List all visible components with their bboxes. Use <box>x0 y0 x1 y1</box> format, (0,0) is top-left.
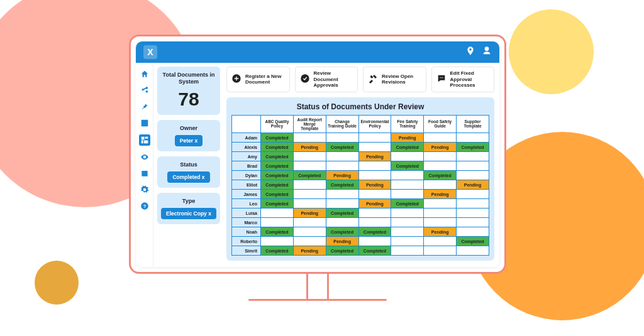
table-cell: Completed <box>261 143 294 152</box>
table-cell: Pending <box>358 180 391 190</box>
table-cell: Completed <box>326 180 358 190</box>
table-cell <box>326 218 358 227</box>
table-cell <box>326 152 358 161</box>
action-tools[interactable]: Review Open Revisions <box>363 67 426 92</box>
table-row: BradCompletedCompleted <box>232 161 489 171</box>
table-row-name: Adam <box>232 133 261 143</box>
table-cell: Completed <box>261 246 294 256</box>
table-cell <box>424 161 457 171</box>
svg-point-6 <box>442 77 443 78</box>
table-cell <box>261 218 294 227</box>
table-row: AdamCompletedPending <box>232 133 489 143</box>
table-cell <box>424 199 457 209</box>
table-cell: Pending <box>326 237 358 246</box>
table-cell: Completed <box>358 227 391 237</box>
table-row: RobertoPendingCompleted <box>232 237 489 246</box>
table-cell <box>424 152 457 161</box>
table-cell <box>424 209 457 218</box>
table-cell: Completed <box>326 143 358 152</box>
location-pin-icon[interactable] <box>465 46 475 58</box>
table-cell <box>391 171 424 180</box>
table-cell <box>293 199 326 209</box>
dashboard-icon[interactable] <box>139 134 150 146</box>
svg-point-3 <box>301 74 309 82</box>
table-cell <box>457 152 489 161</box>
table-cell <box>261 237 294 246</box>
table-col-header: ABC Quality Policy <box>261 115 294 133</box>
table-cell <box>424 218 457 227</box>
table-cell <box>326 190 358 199</box>
check-icon[interactable] <box>140 118 150 128</box>
table-cell: Completed <box>261 199 294 209</box>
table-cell <box>457 209 489 218</box>
action-label: Register a New Document <box>245 73 285 85</box>
help-icon[interactable]: ? <box>140 201 150 211</box>
card-status-title: Status <box>161 161 216 168</box>
chip-status[interactable]: Completed x <box>167 171 209 183</box>
chip-type[interactable]: Electronic Copy x <box>161 208 216 219</box>
table-cell <box>457 133 489 143</box>
action-add[interactable]: Register a New Document <box>226 67 290 92</box>
svg-text:?: ? <box>143 203 146 209</box>
check-circle-icon <box>300 73 310 85</box>
filter-cards: Total Documents in System 78 Owner Peter… <box>153 63 224 267</box>
table-row-name: Amy <box>232 152 261 161</box>
gear-icon[interactable] <box>140 185 150 195</box>
table-cell: Completed <box>424 171 457 180</box>
table-cell: Completed <box>457 143 489 152</box>
table-col-header: Supplier Template <box>457 115 489 133</box>
calendar-icon[interactable] <box>140 168 150 178</box>
tools-icon <box>368 73 378 85</box>
table-cell <box>261 209 294 218</box>
table-row: NoahCompletedCompletedCompletedPending <box>232 227 489 237</box>
table-cell: Completed <box>358 246 391 256</box>
eye-icon[interactable] <box>140 152 150 162</box>
table-cell <box>457 161 489 171</box>
add-icon <box>231 73 242 85</box>
table-row-name: Dylan <box>232 171 261 180</box>
home-icon[interactable] <box>140 69 150 79</box>
monitor-frame: X ? Total Documents in System 78 <box>129 35 506 301</box>
table-row-name: Simrit <box>232 246 261 256</box>
titlebar: X <box>136 41 499 63</box>
table-cell: Completed <box>326 227 358 237</box>
action-chat[interactable]: Edit Fixed Approval Processes <box>431 67 495 92</box>
sidebar-iconbar: ? <box>136 63 153 267</box>
svg-point-4 <box>440 77 440 78</box>
pin-icon[interactable] <box>140 102 150 112</box>
table-cell <box>457 199 489 209</box>
chip-owner[interactable]: Peter x <box>175 135 203 146</box>
card-owner: Owner Peter x <box>157 120 220 151</box>
table-cell: Pending <box>293 246 326 256</box>
action-label: Review Document Approvals <box>314 70 353 89</box>
app-logo-icon: X <box>143 45 157 59</box>
share-icon[interactable] <box>140 85 150 95</box>
action-check-circle[interactable]: Review Document Approvals <box>295 67 358 92</box>
table-cell <box>293 190 326 199</box>
table-cell: Pending <box>391 133 424 143</box>
svg-point-5 <box>441 77 441 78</box>
table-cell <box>326 133 358 143</box>
card-type-title: Type <box>161 198 216 205</box>
table-row: Marco <box>232 218 489 227</box>
table-cell <box>457 227 489 237</box>
table-row-name: Alexis <box>232 143 261 152</box>
table-cell <box>358 237 391 246</box>
table-cell: Completed <box>261 190 294 199</box>
table-cell <box>358 133 391 143</box>
user-icon[interactable] <box>482 46 492 58</box>
table-cell: Completed <box>261 161 294 171</box>
table-cell <box>391 209 424 218</box>
table-cell <box>358 143 391 152</box>
table-cell <box>293 180 326 190</box>
monitor-stand-neck <box>306 274 329 299</box>
main-content: Register a New DocumentReview Document A… <box>224 63 499 267</box>
table-cell <box>293 218 326 227</box>
review-panel: Status of Documents Under Review ABC Qua… <box>226 97 494 261</box>
status-table: ABC Quality PolicyAudit Report Merge Tem… <box>231 115 489 256</box>
table-cell: Completed <box>326 209 358 218</box>
table-cell: Completed <box>261 227 294 237</box>
table-cell: Completed <box>261 171 294 180</box>
table-cell <box>457 218 489 227</box>
table-cell <box>424 246 457 256</box>
